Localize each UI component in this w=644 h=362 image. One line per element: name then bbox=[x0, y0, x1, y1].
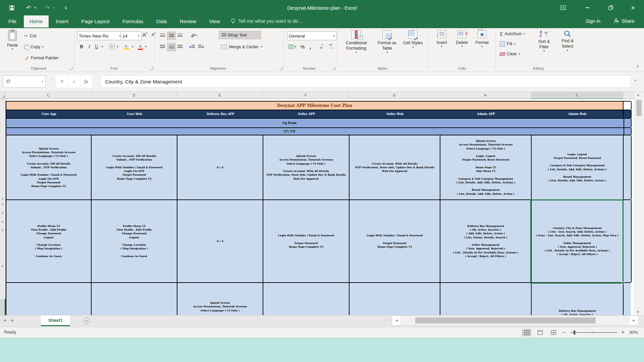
paste-button[interactable]: Paste ▾ bbox=[4, 30, 21, 51]
underline-button[interactable]: U bbox=[93, 43, 100, 51]
fill-button[interactable]: ↓ Fill ▾ bbox=[500, 40, 516, 48]
row-header-3[interactable]: 3 bbox=[0, 211, 5, 215]
format-cells-button[interactable]: |↔| Format ▾ bbox=[472, 30, 492, 48]
cell-styles-button[interactable]: Cell Styles ▾ bbox=[402, 30, 424, 49]
formula-input[interactable]: Country, City & Zone Management bbox=[101, 75, 631, 87]
delete-cells-button[interactable]: × Delete ▾ bbox=[452, 30, 472, 48]
top-align-button[interactable] bbox=[158, 32, 166, 39]
column-header-h[interactable]: H bbox=[440, 92, 531, 99]
next-sheet-button[interactable]: ▶ bbox=[11, 318, 14, 322]
minimize-button[interactable] bbox=[580, 0, 595, 15]
align-center-button[interactable] bbox=[167, 43, 176, 51]
number-dialog-launcher[interactable] bbox=[332, 66, 335, 70]
column-header-g[interactable]: G bbox=[349, 92, 440, 99]
header-admin-app[interactable]: Admin APP bbox=[440, 110, 532, 118]
cell-e8[interactable]: Splash Screen Access Permissions, Tutori… bbox=[177, 283, 263, 315]
conditional-formatting-button[interactable]: ≠ Conditional Formatting ▾ bbox=[341, 30, 372, 54]
sign-in-button[interactable]: Sign in bbox=[586, 18, 600, 24]
align-right-button[interactable] bbox=[176, 43, 184, 51]
cell-sliver[interactable] bbox=[624, 102, 632, 110]
cell-f7[interactable]: Login With Number / Email & Password For… bbox=[263, 200, 350, 282]
grow-font-button[interactable]: A▴ bbox=[141, 31, 149, 39]
column-header-e[interactable]: E bbox=[177, 92, 263, 99]
row-4-up-front[interactable]: Up Front bbox=[6, 119, 631, 128]
share-button[interactable]: Share bbox=[613, 18, 635, 24]
font-size-combo[interactable]: 14 ▼ bbox=[121, 32, 142, 40]
cell-sliver[interactable] bbox=[624, 283, 631, 315]
format-painter-button[interactable]: Format Painter bbox=[24, 54, 59, 62]
shrink-font-button[interactable]: A▾ bbox=[150, 31, 158, 39]
cell-h7[interactable]: Delivery Boy Management ( All, Active, I… bbox=[440, 200, 532, 282]
restore-button[interactable] bbox=[603, 0, 619, 15]
cell-d6[interactable]: Create Account, Fill All Details Submit … bbox=[92, 135, 177, 199]
cell-i8[interactable]: Delivery Boy Management ( All, Active, I… bbox=[532, 283, 624, 315]
cell-sliver[interactable] bbox=[624, 200, 632, 282]
collapse-ribbon-button[interactable]: ∧ bbox=[634, 62, 641, 70]
cell-e6[interactable]: N / A bbox=[177, 135, 263, 199]
zoom-slider-thumb[interactable] bbox=[574, 330, 575, 335]
cell-d7[interactable]: Profile Menu UI View Profile , Edit Prof… bbox=[92, 200, 177, 282]
cut-button[interactable]: ✂ Cut bbox=[24, 32, 36, 40]
middle-align-button[interactable] bbox=[167, 32, 176, 40]
font-color-dropdown[interactable]: ▾ bbox=[144, 43, 148, 51]
wrap-text-button[interactable]: ↩ Wrap Text bbox=[219, 31, 261, 39]
sheet-tab-sheet1[interactable]: Sheet1 bbox=[41, 315, 70, 326]
borders-button[interactable] bbox=[108, 43, 115, 51]
column-header-c[interactable]: C bbox=[6, 92, 91, 99]
page-break-view-button[interactable] bbox=[549, 329, 558, 336]
cell-f6[interactable]: Splash Screen Access Permissions, Tutori… bbox=[263, 135, 350, 199]
tab-formulas[interactable]: Formulas bbox=[117, 15, 149, 27]
header-seller-web[interactable]: Seller Web bbox=[350, 110, 440, 118]
name-box[interactable]: I7 ▾ bbox=[3, 75, 46, 87]
close-button[interactable]: × bbox=[625, 0, 641, 15]
cell-i6[interactable]: Login, Logout Forgot Password, Reset Pas… bbox=[532, 135, 624, 199]
cell-g6[interactable]: Create Account, With All Details OTP Ver… bbox=[350, 135, 440, 199]
fill-color-dropdown[interactable]: ▾ bbox=[130, 43, 135, 51]
header-delivery-boy-app[interactable]: Delivery Boy APP bbox=[177, 110, 263, 118]
clear-button[interactable]: Clear ▾ bbox=[500, 50, 520, 58]
insert-cells-button[interactable]: ← Insert ▾ bbox=[432, 30, 451, 48]
horizontal-scroll-thumb[interactable] bbox=[415, 317, 596, 323]
decrease-decimal-button[interactable]: .00→.0 bbox=[326, 42, 335, 50]
hscroll-right-button[interactable]: ▶ bbox=[630, 316, 638, 325]
cell-h6[interactable]: Splash Screen Access Permissions, Tutori… bbox=[440, 135, 532, 199]
vertical-scrollbar[interactable]: ▲ ▼ bbox=[634, 92, 644, 315]
cell-e7[interactable]: N / A bbox=[177, 200, 263, 282]
increase-decimal-button[interactable]: ←.0.00 bbox=[317, 42, 325, 50]
insert-function-button[interactable]: fx bbox=[80, 75, 92, 87]
cell-sliver[interactable] bbox=[624, 110, 632, 118]
font-family-combo[interactable]: Times New Ro ▼ bbox=[77, 32, 123, 40]
normal-view-button[interactable] bbox=[522, 329, 531, 336]
column-header-i-selected[interactable]: I bbox=[531, 92, 623, 100]
row-3-headers[interactable]: User App User Web Delivery Boy APP Selle… bbox=[6, 110, 631, 119]
fill-color-button[interactable] bbox=[123, 43, 130, 51]
ribbon-display-options-button[interactable] bbox=[555, 0, 571, 15]
tab-home[interactable]: Home bbox=[24, 15, 49, 27]
copy-button[interactable]: Copy ▾ bbox=[24, 43, 44, 51]
accounting-format-button[interactable]: ▾ bbox=[287, 43, 297, 51]
merge-center-button[interactable]: ↔ Merge & Center ▾ bbox=[219, 43, 280, 51]
bottom-align-button[interactable] bbox=[176, 32, 184, 39]
row-5-ui-ux[interactable]: UI / UX bbox=[6, 128, 631, 135]
column-header-d[interactable]: D bbox=[91, 92, 177, 99]
enter-formula-button[interactable]: ✓ bbox=[68, 75, 80, 87]
vertical-scroll-thumb[interactable] bbox=[636, 100, 642, 116]
format-as-table-button[interactable]: Format as Table ▾ bbox=[373, 30, 401, 54]
tab-review[interactable]: Review bbox=[174, 15, 202, 27]
tab-insert[interactable]: Insert bbox=[50, 15, 74, 27]
decrease-indent-button[interactable]: ◀ bbox=[188, 43, 196, 51]
bold-button[interactable]: B bbox=[78, 43, 85, 51]
header-admin-web[interactable]: Admin Web bbox=[532, 110, 624, 118]
comma-style-button[interactable]: , bbox=[307, 43, 313, 51]
header-seller-app[interactable]: Seller APP bbox=[263, 110, 350, 118]
row-header-1[interactable]: 1 bbox=[0, 197, 5, 200]
cell-g8[interactable] bbox=[350, 283, 440, 315]
tell-me-box[interactable]: Tell me what you want to do... bbox=[231, 18, 302, 24]
expand-formula-bar-button[interactable]: ▾ bbox=[635, 79, 636, 82]
prev-sheet-button[interactable]: ◀ bbox=[3, 318, 6, 322]
zoom-level[interactable]: 30% bbox=[629, 330, 638, 335]
row-header-6[interactable]: 6 bbox=[0, 264, 5, 268]
cell-h8[interactable] bbox=[440, 283, 532, 315]
tab-view[interactable]: View bbox=[204, 15, 226, 27]
font-color-button[interactable]: A bbox=[137, 43, 144, 51]
